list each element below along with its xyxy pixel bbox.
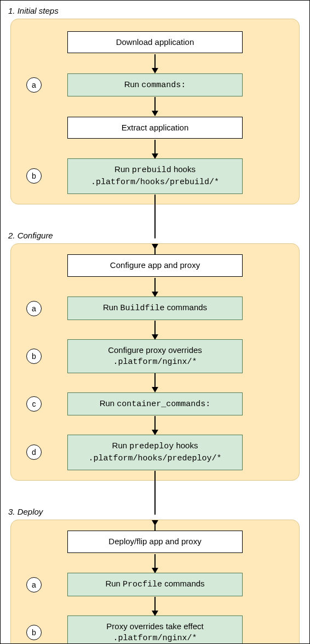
arrow-down-icon bbox=[152, 244, 158, 249]
phase-connector bbox=[1, 210, 309, 227]
step-code: prebuild bbox=[132, 166, 171, 175]
step-run-commands: Run commands: bbox=[67, 73, 243, 96]
step-bullet: b bbox=[26, 625, 42, 640]
step-text: hooks bbox=[174, 441, 198, 450]
step-extract-application: Extract application bbox=[67, 117, 243, 139]
step-path: .platform/nginx/* bbox=[113, 634, 197, 643]
step-text: Run bbox=[105, 579, 123, 588]
step-run-container-commands: Run container_commands: bbox=[67, 392, 243, 415]
step-code: commands: bbox=[141, 81, 186, 90]
step-code: predeploy bbox=[129, 442, 174, 451]
arrow-down-icon bbox=[154, 321, 156, 339]
step-text: Proxy overrides take effect bbox=[106, 622, 203, 631]
arrow-down-icon bbox=[152, 520, 158, 526]
phase-deploy: Deploy/flip app and proxy a Run Procfile… bbox=[10, 520, 300, 645]
step-bullet: d bbox=[26, 444, 42, 460]
step-text: Run bbox=[114, 164, 132, 174]
step-code: Buildfile bbox=[120, 304, 165, 313]
step-code: container_commands: bbox=[117, 400, 210, 409]
step-bullet: a bbox=[26, 577, 42, 592]
step-text: Run bbox=[124, 79, 142, 89]
step-text: Configure proxy overrides bbox=[108, 345, 202, 355]
step-configure-app-and-proxy: Configure app and proxy bbox=[67, 254, 243, 276]
step-path: .platform/nginx/* bbox=[113, 357, 197, 367]
arrow-down-icon bbox=[154, 554, 156, 573]
arrow-down-icon bbox=[154, 140, 156, 158]
step-text: Run bbox=[112, 441, 130, 450]
step-run-predeploy-hooks: Run predeploy hooks .platform/hooks/pred… bbox=[67, 435, 243, 470]
step-text: commands bbox=[162, 579, 205, 588]
arrow-down-icon bbox=[154, 416, 156, 435]
arrow-down-icon bbox=[154, 278, 156, 297]
step-run-prebuild-hooks: Run prebuild hooks .platform/hooks/prebu… bbox=[67, 158, 243, 194]
arrow-down-icon bbox=[154, 97, 156, 116]
step-bullet: a bbox=[26, 301, 42, 316]
phase-title: 1. Initial steps bbox=[1, 3, 309, 18]
step-bullet: b bbox=[26, 349, 42, 364]
step-path: .platform/hooks/predeploy/* bbox=[88, 454, 221, 463]
step-run-procfile-commands: Run Procfile commands bbox=[67, 573, 243, 596]
step-run-buildfile-commands: Run Buildfile commands bbox=[67, 297, 243, 320]
arrow-down-icon bbox=[154, 54, 156, 73]
phase-connector bbox=[1, 486, 309, 504]
step-text: Run bbox=[100, 398, 117, 408]
step-bullet: c bbox=[26, 396, 42, 412]
step-deploy-flip-app-and-proxy: Deploy/flip app and proxy bbox=[67, 531, 243, 552]
phase-initial-steps: Download application a Run commands: Ext… bbox=[10, 19, 300, 204]
step-bullet: a bbox=[26, 77, 42, 93]
step-text: commands bbox=[165, 303, 208, 312]
step-path: .platform/hooks/prebuild/* bbox=[91, 178, 219, 187]
arrow-down-icon bbox=[154, 597, 156, 615]
phase-configure: Configure app and proxy a Run Buildfile … bbox=[10, 243, 300, 481]
step-code: Procfile bbox=[123, 580, 162, 589]
step-text: Run bbox=[103, 303, 120, 312]
step-text: hooks bbox=[171, 164, 196, 174]
step-download-application: Download application bbox=[67, 31, 243, 53]
step-bullet: b bbox=[26, 168, 42, 184]
step-configure-proxy-overrides: Configure proxy overrides .platform/ngin… bbox=[67, 339, 243, 374]
step-proxy-overrides-take-effect: Proxy overrides take effect .platform/ng… bbox=[67, 615, 243, 645]
arrow-down-icon bbox=[154, 373, 156, 392]
